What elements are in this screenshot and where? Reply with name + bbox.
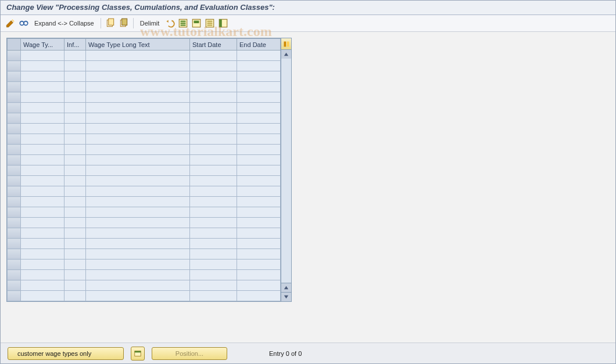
table-cell[interactable]	[190, 291, 237, 301]
row-selector[interactable]	[8, 124, 21, 134]
table-cell[interactable]	[237, 249, 281, 260]
table-cell[interactable]	[237, 291, 281, 301]
table-cell[interactable]	[237, 113, 281, 124]
table-row[interactable]	[8, 207, 281, 218]
row-selector[interactable]	[8, 260, 21, 270]
customer-wage-types-button[interactable]: customer wage types only	[8, 347, 124, 360]
table-cell[interactable]	[86, 260, 190, 270]
table-cell[interactable]	[237, 92, 281, 103]
table-cell[interactable]	[86, 291, 190, 301]
display-icon[interactable]	[19, 18, 29, 28]
row-selector[interactable]	[8, 291, 21, 301]
table-cell[interactable]	[21, 92, 65, 103]
table-row[interactable]	[8, 228, 281, 239]
data-table[interactable]: Wage Ty...Inf...Wage Type Long TextStart…	[7, 38, 281, 301]
table-cell[interactable]	[237, 239, 281, 249]
table-row[interactable]	[8, 270, 281, 280]
table-row[interactable]	[8, 197, 281, 207]
table-cell[interactable]	[86, 71, 190, 82]
table-cell[interactable]	[86, 207, 190, 218]
table-cell[interactable]	[86, 186, 190, 197]
table-cell[interactable]	[65, 134, 86, 145]
row-selector[interactable]	[8, 218, 21, 228]
table-cell[interactable]	[190, 145, 237, 155]
row-selector[interactable]	[8, 165, 21, 176]
table-row[interactable]	[8, 92, 281, 103]
row-selector[interactable]	[8, 228, 21, 239]
expand-collapse-button[interactable]: Expand <-> Collapse	[32, 20, 96, 27]
table-row[interactable]	[8, 239, 281, 249]
table-cell[interactable]	[86, 61, 190, 71]
table-cell[interactable]	[190, 176, 237, 186]
table-row[interactable]	[8, 124, 281, 134]
table-cell[interactable]	[190, 207, 237, 218]
table-cell[interactable]	[65, 186, 86, 197]
table-cell[interactable]	[86, 145, 190, 155]
row-selector[interactable]	[8, 155, 21, 165]
table-cell[interactable]	[65, 113, 86, 124]
table-cell[interactable]	[86, 134, 190, 145]
table-cell[interactable]	[190, 280, 237, 291]
table-cell[interactable]	[237, 155, 281, 165]
table-cell[interactable]	[21, 82, 65, 92]
row-selector[interactable]	[8, 134, 21, 145]
deselect-all-icon[interactable]	[205, 18, 215, 28]
table-cell[interactable]	[237, 134, 281, 145]
row-selector[interactable]	[8, 176, 21, 186]
table-cell[interactable]	[86, 270, 190, 280]
undo-icon[interactable]	[164, 18, 175, 28]
copy-icon[interactable]	[105, 18, 116, 28]
table-cell[interactable]	[21, 197, 65, 207]
table-row[interactable]	[8, 280, 281, 291]
table-cell[interactable]	[21, 186, 65, 197]
table-cell[interactable]	[86, 239, 190, 249]
select-block-icon[interactable]	[191, 18, 202, 28]
copy-variant-icon[interactable]	[119, 18, 129, 28]
table-cell[interactable]	[86, 155, 190, 165]
table-cell[interactable]	[65, 124, 86, 134]
row-selector-header[interactable]	[8, 39, 21, 51]
row-selector[interactable]	[8, 239, 21, 249]
table-cell[interactable]	[21, 249, 65, 260]
table-cell[interactable]	[86, 113, 190, 124]
table-cell[interactable]	[190, 82, 237, 92]
row-selector[interactable]	[8, 51, 21, 61]
row-selector[interactable]	[8, 249, 21, 260]
table-cell[interactable]	[190, 270, 237, 280]
table-cell[interactable]	[190, 155, 237, 165]
row-selector[interactable]	[8, 186, 21, 197]
table-cell[interactable]	[86, 176, 190, 186]
row-selector[interactable]	[8, 71, 21, 82]
table-cell[interactable]	[237, 207, 281, 218]
table-row[interactable]	[8, 82, 281, 92]
table-cell[interactable]	[237, 51, 281, 61]
column-config-icon[interactable]	[218, 18, 228, 28]
table-cell[interactable]	[65, 61, 86, 71]
row-selector[interactable]	[8, 82, 21, 92]
table-cell[interactable]	[190, 197, 237, 207]
scroll-track[interactable]	[281, 59, 291, 283]
table-cell[interactable]	[190, 61, 237, 71]
table-cell[interactable]	[86, 228, 190, 239]
table-cell[interactable]	[190, 103, 237, 113]
table-row[interactable]	[8, 260, 281, 270]
table-cell[interactable]	[21, 270, 65, 280]
table-cell[interactable]	[21, 113, 65, 124]
table-cell[interactable]	[190, 186, 237, 197]
table-cell[interactable]	[190, 124, 237, 134]
table-cell[interactable]	[86, 165, 190, 176]
table-cell[interactable]	[65, 280, 86, 291]
scroll-up-icon[interactable]	[281, 50, 291, 59]
table-cell[interactable]	[65, 291, 86, 301]
table-cell[interactable]	[237, 218, 281, 228]
table-cell[interactable]	[21, 239, 65, 249]
table-cell[interactable]	[21, 165, 65, 176]
table-cell[interactable]	[237, 270, 281, 280]
table-cell[interactable]	[237, 176, 281, 186]
table-cell[interactable]	[237, 61, 281, 71]
table-cell[interactable]	[21, 207, 65, 218]
table-row[interactable]	[8, 61, 281, 71]
table-cell[interactable]	[237, 165, 281, 176]
table-cell[interactable]	[190, 51, 237, 61]
table-cell[interactable]	[21, 103, 65, 113]
